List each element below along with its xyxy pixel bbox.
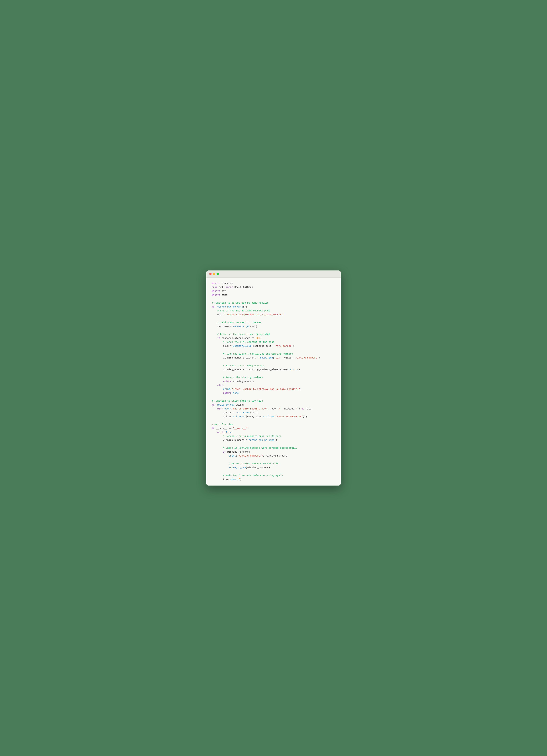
titlebar: [206, 270, 341, 278]
code-editor: import requests from bs4 import Beautifu…: [206, 278, 341, 485]
code-window: import requests from bs4 import Beautifu…: [206, 270, 341, 485]
code-content: import requests from bs4 import Beautifu…: [212, 281, 335, 481]
minimize-button[interactable]: [213, 273, 215, 275]
close-button[interactable]: [209, 273, 212, 275]
maximize-button[interactable]: [217, 273, 219, 275]
